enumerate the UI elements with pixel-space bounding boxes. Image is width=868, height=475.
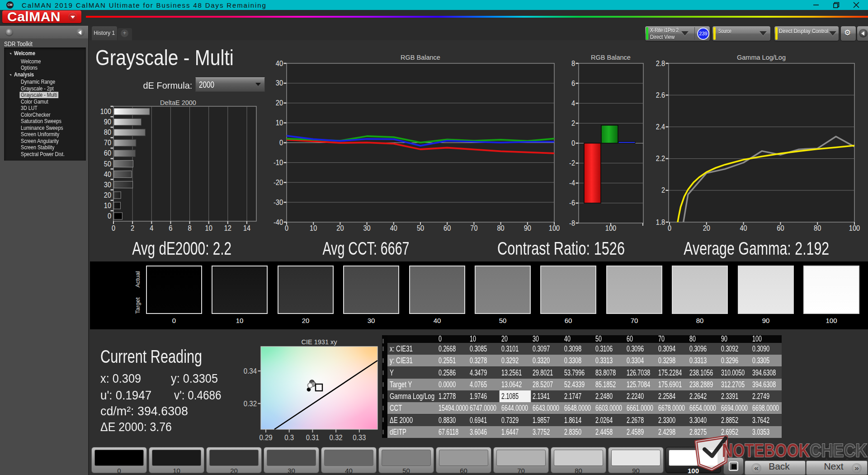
svg-text:-30: -30 (274, 199, 283, 206)
svg-text:30: 30 (104, 181, 111, 189)
svg-text:40: 40 (104, 171, 111, 178)
svg-text:2.4: 2.4 (656, 123, 665, 131)
svg-text:-20: -20 (274, 179, 283, 186)
svg-text:20: 20 (703, 224, 710, 232)
svg-text:NOTEBOOK: NOTEBOOK (722, 440, 810, 461)
svg-text:RGB Balance: RGB Balance (401, 54, 440, 61)
svg-text:80: 80 (814, 224, 821, 232)
svg-text:10: 10 (104, 202, 111, 209)
svg-text:60: 60 (104, 149, 111, 157)
svg-text:DeltaE 2000: DeltaE 2000 (160, 99, 196, 106)
svg-text:0.31: 0.31 (306, 433, 319, 442)
svg-text:-6: -6 (569, 199, 575, 207)
svg-text:20: 20 (104, 191, 111, 199)
svg-text:2: 2 (571, 119, 575, 127)
svg-text:2.8: 2.8 (656, 60, 665, 67)
svg-text:0.32: 0.32 (244, 399, 257, 408)
svg-text:40: 40 (740, 224, 747, 232)
svg-text:-4: -4 (569, 179, 575, 187)
svg-text:4: 4 (571, 100, 575, 107)
svg-text:CHECK: CHECK (810, 440, 867, 461)
svg-text:0.33: 0.33 (353, 433, 366, 442)
svg-text:30: 30 (363, 224, 371, 232)
svg-text:10: 10 (205, 224, 212, 232)
svg-text:6: 6 (571, 80, 575, 87)
svg-text:70: 70 (470, 224, 477, 232)
svg-text:0: 0 (108, 212, 111, 220)
svg-text:100: 100 (549, 224, 560, 232)
svg-text:2: 2 (131, 224, 134, 232)
svg-text:70: 70 (104, 139, 111, 147)
svg-text:-10: -10 (274, 159, 283, 166)
svg-text:0: 0 (279, 139, 283, 147)
svg-text:14: 14 (243, 224, 250, 232)
svg-text:-8: -8 (569, 219, 575, 227)
svg-text:50: 50 (104, 160, 111, 168)
svg-text:0.3: 0.3 (284, 433, 294, 442)
svg-text:60: 60 (777, 224, 784, 232)
svg-text:20: 20 (276, 99, 283, 107)
svg-text:RGB Balance: RGB Balance (591, 54, 631, 61)
svg-text:30: 30 (276, 79, 283, 87)
svg-text:0: 0 (571, 139, 575, 147)
svg-text:8: 8 (571, 60, 575, 67)
svg-text:100: 100 (849, 224, 860, 232)
svg-text:90: 90 (524, 224, 531, 232)
svg-text:10: 10 (310, 224, 317, 232)
svg-text:0: 0 (112, 224, 115, 232)
svg-text:0.29: 0.29 (259, 433, 272, 442)
svg-text:60: 60 (443, 224, 451, 232)
svg-text:12: 12 (224, 224, 231, 232)
svg-text:4: 4 (150, 224, 153, 232)
svg-text:100: 100 (605, 224, 616, 232)
svg-text:0: 0 (668, 224, 671, 232)
svg-text:8: 8 (188, 224, 192, 232)
svg-text:CIE 1931 xy: CIE 1931 xy (302, 338, 338, 346)
svg-text:100: 100 (100, 108, 111, 115)
svg-text:Gamma Log/Log: Gamma Log/Log (737, 54, 786, 61)
svg-text:0.34: 0.34 (244, 367, 257, 375)
svg-text:2.2: 2.2 (656, 155, 665, 162)
svg-text:10: 10 (276, 119, 283, 127)
svg-text:40: 40 (390, 224, 397, 232)
svg-text:40: 40 (276, 60, 283, 67)
svg-text:6: 6 (169, 224, 172, 232)
svg-text:20: 20 (336, 224, 344, 232)
svg-text:90: 90 (104, 118, 111, 126)
svg-text:-40: -40 (274, 218, 283, 226)
svg-text:0.32: 0.32 (330, 433, 343, 442)
svg-text:50: 50 (417, 224, 424, 232)
svg-text:2: 2 (661, 186, 665, 194)
svg-text:0: 0 (285, 224, 288, 232)
svg-text:2.6: 2.6 (656, 91, 665, 99)
svg-text:1.8: 1.8 (656, 218, 665, 226)
svg-text:-2: -2 (569, 159, 575, 167)
svg-text:80: 80 (104, 128, 111, 136)
svg-text:80: 80 (497, 224, 505, 232)
